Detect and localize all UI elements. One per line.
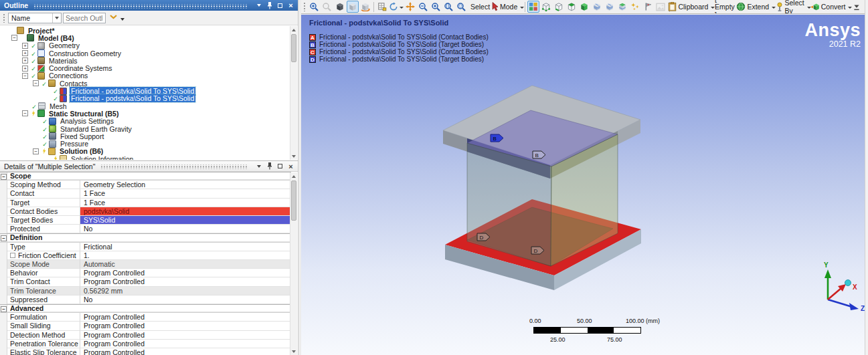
property-value[interactable]: SYS\Solid (80, 216, 291, 225)
search-outline-input[interactable] (63, 13, 106, 23)
details-category-definition[interactable]: −Definition (0, 233, 291, 242)
zoom-sel-button[interactable] (455, 1, 467, 13)
grid-probe-button[interactable] (376, 1, 388, 13)
expand-icon[interactable]: + (22, 57, 28, 64)
property-value[interactable]: podstvka\Solid (80, 207, 291, 216)
property-value[interactable]: 0.56292 mm (80, 287, 291, 295)
tree-item-solution-information[interactable]: Solution Information (0, 155, 289, 160)
tree-item-contacts[interactable]: −✓Contacts (0, 80, 289, 87)
flag-button[interactable] (642, 1, 654, 13)
tree-item-construction-geometry[interactable]: +✓Construction Geometry (0, 49, 289, 57)
toolbar-grip[interactable] (303, 2, 305, 11)
combo-dropdown-icon[interactable] (52, 13, 61, 23)
toolbar-grip[interactable] (3, 13, 5, 23)
expand-icon[interactable]: + (22, 50, 28, 56)
name-filter-combo[interactable]: Name (8, 13, 62, 23)
tree-item-solution-b6[interactable]: −Solution (B6) (0, 148, 289, 155)
expand-icon[interactable]: + (22, 43, 28, 49)
select-by-button[interactable]: Select By (774, 1, 813, 13)
expand-collapse-icon[interactable] (109, 14, 118, 22)
cube-light-button[interactable] (347, 1, 359, 13)
collapse-icon[interactable]: − (11, 35, 17, 41)
property-value[interactable]: Program Controlled (80, 331, 291, 340)
convert-button[interactable]: Convert (814, 1, 850, 13)
tree-item-standard-earth-gravity[interactable]: ✓Standard Earth Gravity (0, 125, 289, 132)
expand-icon[interactable]: + (22, 66, 28, 72)
collapse-icon[interactable]: − (1, 306, 7, 312)
zoom-all-button[interactable] (442, 1, 454, 13)
tree-item-pressure[interactable]: ✓Pressure (0, 140, 289, 148)
model-viewport[interactable]: BBDD Frictional - podstvka\Solid To SYS\… (301, 15, 865, 355)
tree-item-frictional-podstvka-solid-to-sys-solid[interactable]: ✓Frictional - podstvka\Solid To SYS\Soli… (0, 87, 289, 94)
sel-edge-button[interactable] (553, 1, 565, 13)
tree-item-materials[interactable]: +✓Materials (0, 57, 289, 64)
mesh-c-button[interactable] (616, 1, 628, 13)
property-value[interactable]: Program Controlled (80, 340, 291, 348)
snapshot-button[interactable] (655, 1, 667, 13)
property-value[interactable]: 1 Face (80, 199, 291, 207)
tree-item-frictional-podstvka-solid-to-sys-solid[interactable]: ✓Frictional - podstvka\Solid To SYS\Soli… (0, 95, 289, 102)
close-icon[interactable]: × (286, 162, 295, 170)
property-value[interactable]: Program Controlled (80, 277, 291, 286)
pan-button[interactable] (404, 1, 416, 13)
panel-menu-icon[interactable] (254, 1, 263, 9)
details-scrollbar[interactable] (290, 172, 297, 355)
property-value[interactable]: Program Controlled (80, 322, 291, 330)
zoom-gray-button[interactable] (321, 1, 333, 13)
property-value[interactable]: Program Controlled (80, 313, 291, 322)
filter-grid-button[interactable] (527, 1, 539, 13)
pin-icon[interactable] (265, 162, 274, 170)
sel-vertex-button[interactable] (540, 1, 552, 13)
tree-item-mesh[interactable]: ✓Mesh (0, 102, 289, 110)
zoom-in-button[interactable] (430, 1, 442, 13)
sel-body-button[interactable] (578, 1, 590, 13)
pin-icon[interactable] (265, 1, 274, 9)
collapse-icon[interactable]: − (1, 174, 7, 180)
mode-button[interactable]: Mode (493, 1, 523, 13)
tree-item-static-structural-b5[interactable]: −Static Structural (B5) (0, 110, 289, 117)
clipboard-button[interactable]: Clipboard (672, 1, 711, 13)
mesh-a-button[interactable] (591, 1, 603, 13)
property-value[interactable]: 1 Face (80, 189, 291, 198)
sparks-button[interactable] (629, 1, 641, 13)
collapse-icon[interactable]: − (33, 148, 39, 154)
property-value[interactable]: No (80, 295, 291, 304)
property-value[interactable]: 1. (80, 251, 291, 260)
collapse-icon[interactable]: − (22, 73, 28, 79)
cube-rotate-button[interactable] (359, 1, 371, 13)
property-value[interactable]: Geometry Selection (80, 181, 291, 189)
tree-item-coordinate-systems[interactable]: +✓Coordinate Systems (0, 65, 289, 72)
overflow-button[interactable] (851, 1, 863, 13)
tree-item-project[interactable]: Project* (0, 27, 289, 34)
property-value[interactable]: Program Controlled (80, 269, 291, 277)
zoom-back-button[interactable] (417, 1, 429, 13)
outline-scrollbar[interactable] (290, 26, 297, 160)
mesh-b-button[interactable] (604, 1, 616, 13)
property-value[interactable]: No (80, 225, 291, 233)
geometry-canvas[interactable]: BBDD (301, 15, 865, 355)
property-value[interactable]: Automatic (80, 260, 291, 269)
collapse-icon[interactable]: − (22, 110, 28, 116)
close-icon[interactable]: × (286, 1, 295, 9)
details-category-scope[interactable]: −Scope (0, 172, 291, 181)
extend-button[interactable]: Extend (740, 1, 774, 13)
parameter-checkbox[interactable] (10, 253, 15, 258)
maximize-icon[interactable] (276, 162, 284, 170)
cube-dark-button[interactable] (334, 1, 346, 13)
tree-item-model-b4[interactable]: −Model (B4) (0, 34, 289, 41)
tree-item-connections[interactable]: −✓Connections (0, 72, 289, 80)
rotate-button[interactable] (389, 1, 404, 13)
maximize-icon[interactable] (276, 1, 284, 9)
tree-item-fixed-support[interactable]: ✓Fixed Support (0, 132, 289, 140)
toolbar-overflow-icon[interactable] (120, 18, 124, 21)
tree-item-analysis-settings[interactable]: ✓Analysis Settings (0, 118, 289, 125)
details-category-advanced[interactable]: −Advanced (0, 304, 291, 313)
zoom-box-button[interactable] (309, 1, 321, 13)
collapse-icon[interactable]: − (1, 235, 7, 241)
property-value[interactable]: Program Controlled (80, 348, 291, 355)
collapse-icon[interactable]: − (33, 80, 39, 86)
panel-menu-icon[interactable] (254, 162, 263, 170)
tree-item-geometry[interactable]: +✓Geometry (0, 42, 289, 49)
sel-face-button[interactable] (566, 1, 578, 13)
property-value[interactable]: Frictional (80, 243, 291, 251)
